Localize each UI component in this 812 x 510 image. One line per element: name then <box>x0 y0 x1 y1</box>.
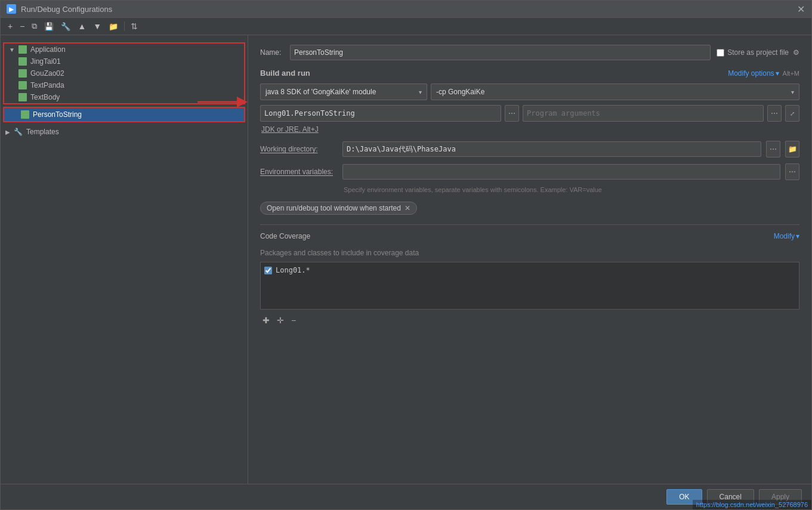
config-item-icon <box>18 69 27 78</box>
name-input[interactable] <box>290 45 711 60</box>
config-item-icon <box>21 110 29 119</box>
config-item-label: JingTai01 <box>30 57 61 66</box>
program-args-input[interactable] <box>523 105 764 122</box>
jdk-note: JDK or JRE. Alt+J <box>260 125 799 134</box>
config-item-icon <box>18 93 27 101</box>
remove-coverage-button[interactable]: − <box>289 314 298 326</box>
config-item-label: GouZao02 <box>30 69 64 78</box>
main-class-input[interactable] <box>260 105 501 122</box>
env-vars-row: Environment variables: ⋯ <box>260 163 799 180</box>
dialog-title: Run/Debug Configurations <box>21 5 112 14</box>
config-item-label: PersonToString <box>33 110 82 119</box>
wrench-button[interactable]: 🔧 <box>58 21 73 32</box>
env-vars-label: Environment variables: <box>260 168 338 176</box>
tag-label: Open run/debug tool window when started <box>267 204 401 212</box>
store-project-label[interactable]: Store as project file ⚙ <box>717 48 799 57</box>
application-group-label: Application <box>30 45 66 54</box>
build-run-header: Build and run Modify options ▾ Alt+M <box>260 69 799 78</box>
working-dir-input[interactable] <box>342 141 761 157</box>
browse-class-button[interactable]: ⋯ <box>505 105 519 122</box>
app-icon: ▶ <box>7 4 16 14</box>
configurations-toolbar: + − ⧉ 💾 🔧 ▲ ▼ 📁 ⇅ <box>1 18 811 35</box>
expand-args-button[interactable]: ⤢ <box>785 105 799 122</box>
cp-dropdown[interactable]: -cp GongKaiKe ▾ <box>431 84 799 100</box>
templates-row[interactable]: ▶ 🔧 Templates <box>1 126 248 138</box>
modify-options-button[interactable]: Modify options ▾ Alt+M <box>728 69 799 78</box>
coverage-toolbar: ✚ ✛ − <box>260 314 799 326</box>
coverage-item-checkbox[interactable] <box>264 267 272 274</box>
config-tree: ▼ Application JingTai01 GouZao02 <box>1 38 248 141</box>
dropdown-arrow-icon: ▾ <box>419 89 422 95</box>
code-coverage-section: Code Coverage Modify ▾ Packages and clas… <box>260 232 799 326</box>
run-debug-tag: Open run/debug tool window when started … <box>260 202 417 215</box>
cp-value: -cp GongKaiKe <box>436 88 484 96</box>
name-row: Name: Store as project file ⚙ <box>260 45 799 60</box>
application-group-row[interactable]: ▼ Application <box>4 44 244 55</box>
run-debug-dialog: ▶ Run/Debug Configurations ✕ + − ⧉ 💾 🔧 ▲… <box>0 0 812 510</box>
sort-button[interactable]: ⇅ <box>128 20 140 32</box>
tag-close-button[interactable]: ✕ <box>405 204 410 212</box>
move-up-button[interactable]: ▲ <box>75 20 88 32</box>
code-coverage-title: Code Coverage <box>260 232 310 240</box>
env-vars-input[interactable] <box>342 164 780 180</box>
open-dir-button[interactable]: 📁 <box>785 141 799 157</box>
sdk-dropdown[interactable]: java 8 SDK of 'GongKaiKe' module ▾ <box>260 84 427 100</box>
coverage-item-label: Long01.* <box>276 266 310 274</box>
chevron-down-icon: ▾ <box>776 69 779 78</box>
config-item-icon <box>18 81 27 89</box>
config-item-icon <box>18 57 27 66</box>
right-panel: Name: Store as project file ⚙ Build and … <box>248 35 811 484</box>
working-dir-label: Working directory: <box>260 145 338 153</box>
working-dir-row: Working directory: ⋯ 📁 <box>260 141 799 157</box>
store-project-checkbox[interactable] <box>717 49 724 57</box>
templates-label: Templates <box>26 128 59 136</box>
sdk-row: java 8 SDK of 'GongKaiKe' module ▾ -cp G… <box>260 84 799 100</box>
sdk-value: java 8 SDK of 'GongKaiKe' module <box>265 88 376 96</box>
build-run-title: Build and run <box>260 69 310 78</box>
section-divider <box>260 224 799 225</box>
move-down-button[interactable]: ▼ <box>91 20 104 32</box>
coverage-modify-button[interactable]: Modify ▾ <box>774 232 799 240</box>
browse-dir-button[interactable]: ⋯ <box>766 141 780 157</box>
config-item-jingtai01[interactable]: JingTai01 <box>4 55 244 67</box>
remove-config-button[interactable]: − <box>17 20 27 32</box>
browse-env-button[interactable]: ⋯ <box>785 163 799 180</box>
tags-row: Open run/debug tool window when started … <box>260 202 799 215</box>
config-item-gouzao02[interactable]: GouZao02 <box>4 67 244 79</box>
wrench-icon: 🔧 <box>14 128 23 136</box>
left-panel: ▼ Application JingTai01 GouZao02 <box>1 35 248 484</box>
toolbar-separator <box>124 21 125 31</box>
name-label: Name: <box>260 48 284 57</box>
env-vars-hint: Specify environment variables, separate … <box>260 186 799 193</box>
chevron-right-icon: ▶ <box>5 129 10 135</box>
main-content: ▼ Application JingTai01 GouZao02 <box>1 35 811 484</box>
save-config-button[interactable]: 💾 <box>42 21 56 32</box>
main-class-row: ⋯ ⋯ ⤢ <box>260 105 799 122</box>
chevron-down-icon: ▼ <box>9 47 15 53</box>
gear-icon[interactable]: ⚙ <box>793 48 799 57</box>
config-item-persontostring[interactable]: PersonToString <box>4 108 244 121</box>
close-button[interactable]: ✕ <box>797 5 805 13</box>
dropdown-arrow-icon: ▾ <box>791 89 794 95</box>
app-config-icon <box>18 45 27 54</box>
title-bar: ▶ Run/Debug Configurations ✕ <box>1 1 811 18</box>
coverage-desc: Packages and classes to include in cover… <box>260 249 799 257</box>
add-coverage-button[interactable]: ✚ <box>260 314 272 326</box>
add-config-button[interactable]: + <box>5 20 15 32</box>
title-bar-left: ▶ Run/Debug Configurations <box>7 4 112 14</box>
chevron-down-icon: ▾ <box>796 232 799 240</box>
config-item-textpanda[interactable]: TextPanda <box>4 79 244 91</box>
coverage-item: Long01.* <box>264 266 795 274</box>
config-item-label: TextPanda <box>30 81 64 89</box>
config-item-label: TextBody <box>30 93 60 101</box>
bottom-bar: OK Cancel Apply <box>1 484 811 509</box>
copy-config-button[interactable]: ⧉ <box>29 20 39 32</box>
browse-args-button[interactable]: ⋯ <box>767 105 782 122</box>
coverage-list: Long01.* <box>260 262 799 310</box>
folder-button[interactable]: 📁 <box>106 21 121 32</box>
add-nested-coverage-button[interactable]: ✛ <box>274 314 286 326</box>
code-coverage-header: Code Coverage Modify ▾ <box>260 232 799 243</box>
config-item-textbody[interactable]: TextBody <box>4 91 244 103</box>
watermark: https://blog.csdn.net/weixin_52768976 <box>693 500 811 509</box>
